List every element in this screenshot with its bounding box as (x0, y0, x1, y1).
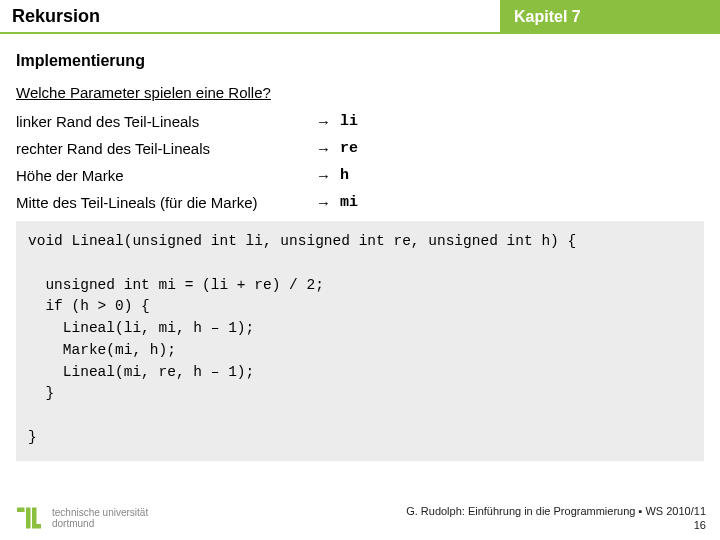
tu-logo-icon (14, 503, 44, 533)
param-row: Mitte des Teil-Lineals (für die Marke) →… (16, 194, 704, 211)
code-block: void Lineal(unsigned int li, unsigned in… (16, 221, 704, 461)
institution-line1: technische universität (52, 507, 148, 518)
institution-logo: technische universität dortmund (0, 503, 148, 533)
param-var: re (340, 140, 358, 157)
param-label: Höhe der Marke (16, 167, 316, 184)
attribution-text: G. Rudolph: Einführung in die Programmie… (406, 504, 706, 518)
header-title-left: Rekursion (0, 0, 500, 34)
param-label: Mitte des Teil-Lineals (für die Marke) (16, 194, 316, 211)
parameter-list: linker Rand des Teil-Lineals → li rechte… (16, 113, 704, 211)
param-row: rechter Rand des Teil-Lineals → re (16, 140, 704, 157)
param-var: mi (340, 194, 358, 211)
svg-rect-0 (17, 508, 25, 513)
arrow-icon: → (316, 194, 340, 211)
content-area: Implementierung Welche Parameter spielen… (0, 34, 720, 461)
param-var: h (340, 167, 349, 184)
param-label: rechter Rand des Teil-Lineals (16, 140, 316, 157)
param-label: linker Rand des Teil-Lineals (16, 113, 316, 130)
arrow-icon: → (316, 167, 340, 184)
question-text: Welche Parameter spielen eine Rolle? (16, 84, 704, 101)
svg-rect-1 (26, 508, 31, 529)
slide: Rekursion Kapitel 7 Implementierung Welc… (0, 0, 720, 540)
param-row: linker Rand des Teil-Lineals → li (16, 113, 704, 130)
arrow-icon: → (316, 140, 340, 157)
svg-rect-3 (32, 524, 41, 529)
footer-attribution: G. Rudolph: Einführung in die Programmie… (406, 504, 720, 533)
footer-bar: technische universität dortmund G. Rudol… (0, 496, 720, 540)
institution-line2: dortmund (52, 518, 148, 529)
param-var: li (340, 113, 358, 130)
header-bar: Rekursion Kapitel 7 (0, 0, 720, 34)
institution-text: technische universität dortmund (52, 507, 148, 529)
header-title-right: Kapitel 7 (500, 0, 720, 34)
svg-rect-2 (32, 508, 37, 525)
section-title: Implementierung (16, 52, 704, 70)
arrow-icon: → (316, 113, 340, 130)
param-row: Höhe der Marke → h (16, 167, 704, 184)
page-number: 16 (406, 518, 706, 532)
